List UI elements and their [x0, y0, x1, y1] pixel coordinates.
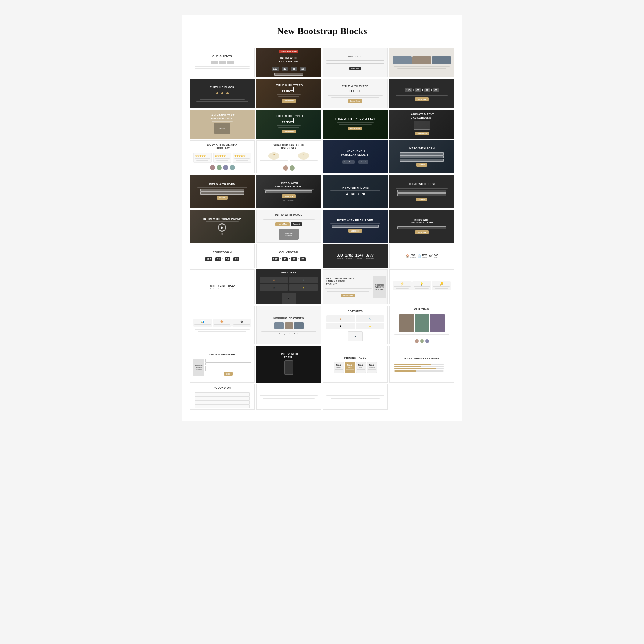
subscribe-btn[interactable]: SUBSCRIBE NOW	[279, 50, 298, 53]
typed-btn-3[interactable]: Learn More	[282, 130, 296, 133]
stat-icon-1-symbol: 🏠	[405, 254, 409, 258]
block-multipage[interactable]: Multipage Learn More	[323, 48, 388, 77]
stat-icon-2-symbol: 📄	[417, 254, 421, 258]
block-features-dark[interactable]: FEATURES 📦 🔧 📱 ⭐ 📱	[256, 269, 321, 304]
form-mobile-submit[interactable]: Submit	[416, 198, 427, 201]
accordion-item-2[interactable]	[195, 396, 250, 400]
typed-btn-2[interactable]: Learn More	[348, 99, 362, 103]
block-kenburns[interactable]: KENBURNS &PARALLAX SLIDER Learn More Con…	[323, 140, 388, 173]
features-white-img: 📱	[348, 331, 363, 341]
typed-big-btn[interactable]: Learn More	[348, 127, 362, 130]
block-title-typed-1[interactable]: TITLE WITH TYPEDEFFECT Learn More	[256, 79, 321, 108]
block-stats-dark[interactable]: 899 Builders 1783 Projects 1247 Clients …	[323, 244, 388, 268]
animated-text-btn[interactable]: Learn More	[415, 132, 429, 135]
stat-icon-1-lbl: Builders	[410, 257, 416, 258]
stat-dark-1-num: 899	[337, 253, 343, 257]
block-countdown-dark[interactable]: 115 : 05 : 52 : 09 Subscribe	[389, 79, 454, 108]
block-users-say-2[interactable]: WHAT OUR FANTASTICUSERS SAY " "	[256, 140, 321, 173]
form-mobile-input-2[interactable]	[397, 193, 446, 196]
block-title-typed-3[interactable]: TITLE WITH TYPEDEFFECT Learn More	[256, 110, 321, 139]
block-animated-text-1[interactable]: ANIMATED TEXTBACKGROUND Photo	[190, 110, 255, 139]
price-col-2: $10 Basic	[345, 362, 355, 373]
intro-form-input-5[interactable]	[200, 192, 244, 195]
email-input-countdown[interactable]	[274, 73, 303, 76]
intro-form-submit[interactable]: Submit	[416, 163, 427, 167]
block-intro-form-dark-mobile[interactable]: INTRO WITHFORM	[256, 346, 321, 383]
intro-form-mobile-label: INTRO WITH FORM	[407, 181, 437, 187]
drop-input-3[interactable]	[205, 366, 251, 371]
subscribe-input-1[interactable]	[265, 190, 312, 193]
drop-input-2[interactable]	[205, 362, 251, 365]
feat-w-1: 📦	[326, 315, 355, 322]
stat-dark-4-num: 3777	[366, 253, 374, 257]
stars-2: ★★★★★	[215, 155, 230, 158]
block-intro-image[interactable]: INTRO WITH IMAGE Learn More Contact MOBI…	[256, 210, 321, 243]
block-intro-form-1[interactable]: INTRO WITH FORM Submit	[389, 140, 454, 173]
kenburns-btn1[interactable]: Learn More	[342, 160, 355, 164]
block-features-white[interactable]: FEATURES 📦 🔧 📱 ⭐ 📱	[323, 306, 388, 344]
block-photo-gallery[interactable]	[389, 48, 454, 77]
drop-submit[interactable]: Send	[224, 372, 233, 376]
block-users-say-1[interactable]: WHAT OUR FANTASTICUSERS SAY ★★★★★ ★★★★★ …	[190, 140, 255, 173]
block-meet-mobirise[interactable]: MEET THE MOBIRISE 3LANDING PAGETOOLKIT L…	[323, 269, 388, 304]
block-pricing[interactable]: PRICING TABLE $10 Starter $10 Basic $10 …	[323, 346, 388, 383]
block-services-1[interactable]: ⚡ 💡 🔑	[389, 269, 454, 304]
subscribe-2-btn[interactable]: Subscribe	[415, 230, 428, 234]
block-stats-icons-1[interactable]: 🏠 899 Builders 📄 1783 Projects ⚙	[389, 244, 454, 268]
accordion-item-3[interactable]	[195, 400, 250, 404]
multipage-btn[interactable]: Learn More	[349, 67, 362, 70]
meet-mobirise-label: MEET THE MOBIRISE 3LANDING PAGETOOLKIT	[325, 276, 372, 287]
block-title-typed-2[interactable]: TITLE WITH TYPEDEFFECT Learn More	[323, 79, 388, 108]
block-animated-text-2[interactable]: ANIMATED TEXTBACKGROUND Learn More	[389, 110, 454, 139]
block-intro-form-mobile[interactable]: INTRO WITH FORM Submit	[389, 175, 454, 208]
our-team-label: OUR TEAM	[413, 306, 431, 312]
block-countdown-2[interactable]: COUNTDOWN 137 : 12 : 02 : 52	[256, 244, 321, 268]
meet-mobirise-btn[interactable]: Learn More	[341, 294, 355, 297]
block-our-team[interactable]: OUR TEAM	[389, 306, 454, 344]
intro-form-input-1[interactable]	[400, 152, 443, 155]
icon-4: ★	[362, 192, 365, 196]
subscribe-submit[interactable]: Subscribe	[282, 194, 295, 198]
count-days: 117	[272, 67, 279, 71]
block-intro-email[interactable]: INTRO WITH EMAIL FORM Subscribe	[323, 210, 388, 243]
block-intro-subscribe-2[interactable]: INTRO WITHSUBSCRIBE FORM Subscribe	[389, 210, 454, 243]
intro-form-input-4[interactable]	[200, 189, 244, 192]
subscribe-2-input[interactable]	[397, 226, 446, 229]
block-drop-message[interactable]: DROP A MESSAGE MOBIRISEWEBSITEBUILDER Se…	[190, 346, 255, 383]
accordion-item-4[interactable]	[195, 404, 250, 408]
block-accordion[interactable]: Accordion	[190, 384, 255, 410]
accordion-item-1[interactable]	[195, 392, 250, 396]
drop-input-1[interactable]	[205, 359, 251, 362]
email-form-submit[interactable]: Subscribe	[348, 229, 362, 233]
kenburns-btn2[interactable]: Contact	[358, 160, 368, 164]
block-label-countdown: INTRO WITHCOUNTDOWN	[278, 55, 300, 64]
drop-message-label: DROP A MESSAGE	[208, 351, 237, 358]
block-services-2[interactable]: 📊 🎨 ⚙	[190, 306, 255, 344]
intro-image-btn2[interactable]: Contact	[291, 222, 302, 226]
block-progress[interactable]: Basic Progress Bars	[389, 346, 454, 383]
block-stats-icons-2[interactable]: 899 Builders 1783 Projects 1247 Clients	[190, 269, 255, 304]
block-our-clients[interactable]: OUR CLIENTS	[190, 48, 255, 77]
email-form-input[interactable]	[332, 225, 379, 228]
block-intro-subscribe[interactable]: INTRO WITHSUBSCRIBE FORM Subscribe NICOL…	[256, 175, 321, 208]
cnt3-days: 137	[205, 257, 212, 261]
block-timeline[interactable]: TIMELINE BLOCK	[190, 79, 255, 108]
cnt3-min: 02	[225, 257, 230, 261]
typed-btn-1[interactable]: Learn More	[282, 99, 296, 103]
block-intro-icons[interactable]: INTRO WITH ICONS ⚙ ✉ ♦ ★	[323, 175, 388, 208]
block-title-typed-big[interactable]: TITLE WHITH TYPED EFFECT Learn More	[323, 110, 388, 139]
countdown-dark-btn[interactable]: Subscribe	[415, 97, 428, 101]
intro-form-input-2[interactable]	[400, 155, 443, 158]
block-intro-form-2[interactable]: INTRO WITH FORM Submit	[190, 175, 255, 208]
play-button[interactable]: ▶	[218, 223, 226, 232]
progress-bar-4	[394, 370, 444, 372]
block-intro-countdown[interactable]: SUBSCRIBE NOW INTRO WITHCOUNTDOWN 117 : …	[256, 48, 321, 77]
intro-form-input-3[interactable]	[400, 159, 443, 162]
intro-form-submit-2[interactable]: Submit	[217, 196, 228, 200]
form-mobile-input-1[interactable]	[397, 190, 446, 193]
countdown-2: 115 : 05 : 52 : 09	[405, 88, 439, 92]
block-mobirise-features[interactable]: MOBIRISE FEATURES Desktop·Laptop·Mobile	[256, 306, 321, 344]
block-countdown-1[interactable]: COUNTDOWN 137 : 12 : 02 : 02	[190, 244, 255, 268]
intro-image-btn1[interactable]: Learn More	[275, 222, 290, 226]
block-video-popup[interactable]: INTRO WITH VIDEO POPUP ▶ 18	[190, 210, 255, 243]
